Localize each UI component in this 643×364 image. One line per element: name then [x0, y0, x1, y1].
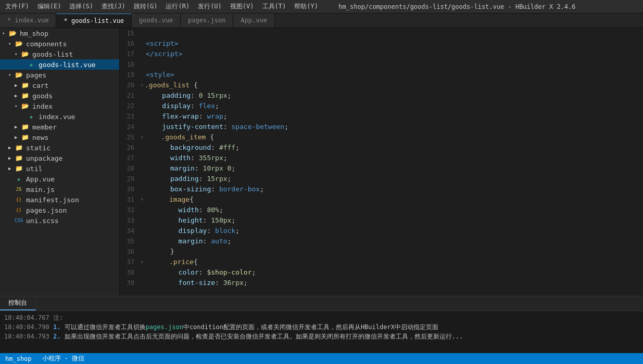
sidebar-item[interactable]: ▶📁news: [0, 132, 119, 142]
token-punc: ;: [235, 142, 239, 153]
token-kw: block: [215, 226, 235, 236]
editor-tab[interactable]: goods.vue: [132, 14, 181, 28]
menu-bar[interactable]: 文件(F)编辑(E)选择(S)查找(J)跳转(G)运行(R)发行(U)视图(V)…: [5, 2, 318, 11]
collapse-button[interactable]: ▾: [141, 80, 144, 90]
sidebar-item[interactable]: CSSuni.scss: [0, 215, 119, 226]
token-property: flex-wrap: [146, 111, 199, 122]
collapse-button[interactable]: ▾: [141, 257, 144, 267]
sidebar-item[interactable]: ▾📂components: [0, 38, 119, 49]
token-punc: {: [190, 80, 198, 90]
editor-tab[interactable]: * index.vue: [0, 14, 56, 28]
token-punc: ;: [228, 174, 232, 184]
token-value-num: 15rpx: [207, 174, 227, 184]
menu-item[interactable]: 选择(S): [69, 2, 93, 11]
folder-closed-icon: 📁: [15, 144, 23, 152]
token-value-num: 10rpx 0: [203, 163, 232, 174]
token-punc: ;: [223, 111, 228, 122]
token-colon: :: [191, 153, 199, 163]
sidebar-item[interactable]: ▶📁goods: [0, 90, 119, 101]
file-explorer: ▾📂hm_shop▾📂components▾📂goods-list◈goods-…: [0, 28, 120, 296]
sidebar-item[interactable]: ▾📂pages: [0, 70, 119, 80]
editor-tab[interactable]: * goods-list.vue: [56, 14, 132, 28]
sidebar-item[interactable]: ▾📂hm_shop: [0, 28, 119, 38]
line-number: 32: [124, 205, 134, 215]
sidebar-item[interactable]: ▶📁cart: [0, 80, 119, 90]
line-number: 38: [124, 267, 134, 278]
console-tab[interactable]: 控制台: [0, 296, 36, 310]
menu-item[interactable]: 查找(J): [102, 2, 125, 11]
sidebar-item[interactable]: ▶📁unpackage: [0, 153, 119, 163]
code-line: font-size: 36rpx;: [141, 278, 643, 288]
sidebar-item[interactable]: ▶📁util: [0, 163, 119, 174]
sidebar-item-label: cart: [32, 82, 48, 89]
collapse-button[interactable]: ▾: [141, 132, 144, 142]
menu-item[interactable]: 工具(T): [262, 2, 286, 11]
sidebar-item-label: util: [26, 165, 42, 173]
code-line: box-sizing: border-box;: [141, 184, 643, 194]
line-number: 33: [124, 215, 134, 226]
line-number: 35: [124, 236, 134, 246]
window-title: hm_shop/components/goods-list/goods-list…: [338, 3, 575, 10]
bottom-tabs: 控制台: [0, 296, 643, 311]
sidebar-item[interactable]: ▶📁static: [0, 142, 119, 153]
log-text: 如果出现微信开发者工具点击后无页面的问题，检查是否已安装合微信开发者工具。如果是…: [60, 333, 463, 340]
menu-item[interactable]: 运行(R): [166, 2, 190, 11]
editor-tab[interactable]: App.vue: [233, 14, 275, 28]
menu-item[interactable]: 发行(U): [198, 2, 222, 11]
code-line: <style>: [141, 70, 643, 80]
sidebar-item[interactable]: ▾📂index: [0, 101, 119, 111]
sidebar-item[interactable]: {}pages.json: [0, 205, 119, 215]
folder-open-icon: 📂: [15, 71, 23, 79]
sidebar-item[interactable]: ▾📂goods-list: [0, 49, 119, 59]
sidebar-item[interactable]: ◈goods-list.vue: [0, 59, 119, 70]
sidebar-item-label: App.vue: [26, 175, 55, 183]
bottom-panel: 控制台 18:40:04.767 注:18:40:04.790 1. 可以通过微…: [0, 296, 643, 353]
sidebar-item-label: goods: [32, 92, 53, 100]
code-line: [141, 28, 643, 38]
folder-open-icon: 📂: [21, 102, 29, 110]
token-punc: ;: [235, 226, 239, 236]
code-line: flex-wrap: wrap;: [141, 111, 643, 122]
token-punc: ;: [244, 278, 248, 288]
code-line: <script>: [141, 38, 643, 49]
token-property: width: [146, 205, 199, 215]
sidebar-item[interactable]: ◈index.vue: [0, 111, 119, 122]
vue-file-icon: ◈: [27, 112, 35, 121]
menu-item[interactable]: 文件(F): [5, 2, 29, 11]
token-property: width: [146, 153, 191, 163]
token-punc: {: [190, 194, 194, 205]
menu-item[interactable]: 编辑(E): [37, 2, 61, 11]
log-num: 2.: [53, 333, 60, 340]
editor-tab[interactable]: pages.json: [181, 14, 233, 28]
code-editor[interactable]: 1516171819202122232425262728293031323334…: [120, 28, 643, 296]
line-number: 36: [124, 246, 134, 257]
sidebar-item[interactable]: ▶📁member: [0, 122, 119, 132]
sidebar-item-label: goods-list: [32, 50, 73, 58]
token-tag: </script: [146, 49, 179, 59]
token-punc: {: [194, 257, 198, 267]
sidebar-item[interactable]: ◈App.vue: [0, 174, 119, 184]
log-entry: 18:40:04.790 1. 可以通过微信开发者工具切换pages.json中…: [4, 322, 639, 332]
token-colon: :: [199, 111, 207, 122]
token-value-num: 0 15rpx: [199, 90, 228, 101]
code-line: height: 150px;: [141, 215, 643, 226]
code-line: ▾ image{: [141, 194, 643, 205]
token-value-num: 355rpx: [199, 153, 223, 163]
menu-item[interactable]: 帮助(Y): [294, 2, 318, 11]
folder-closed-icon: 📁: [21, 92, 29, 100]
line-number: 15: [124, 28, 134, 38]
token-value-color: #fff: [219, 142, 235, 153]
collapse-button[interactable]: ▾: [141, 194, 144, 205]
token-punc: ;: [228, 236, 232, 246]
log-level: 注:: [53, 314, 63, 321]
menu-item[interactable]: 视图(V): [230, 2, 254, 11]
sidebar-item[interactable]: JSmain.js: [0, 184, 119, 194]
log-num: 1.: [53, 323, 60, 331]
token-punc: ;: [223, 153, 228, 163]
console-output: 18:40:04.767 注:18:40:04.790 1. 可以通过微信开发者…: [0, 311, 643, 353]
menu-item[interactable]: 跳转(G): [134, 2, 158, 11]
js-file-icon: JS: [15, 185, 23, 193]
line-number: 37: [124, 257, 134, 267]
log-time: 18:40:04.767: [4, 314, 49, 321]
sidebar-item[interactable]: {}manifest.json: [0, 194, 119, 205]
